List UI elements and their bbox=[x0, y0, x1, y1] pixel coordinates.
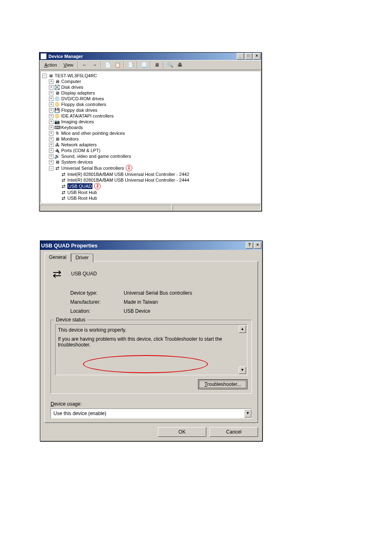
chevron-down-icon[interactable]: ▼ bbox=[244, 409, 251, 418]
show-hidden-icon[interactable]: 📋 bbox=[113, 60, 122, 69]
expand-icon[interactable]: + bbox=[49, 114, 53, 118]
expand-icon[interactable]: + bbox=[49, 120, 53, 124]
tree-label: Imaging devices bbox=[61, 119, 94, 125]
tree-category[interactable]: +🖥System devices bbox=[42, 159, 259, 165]
up-tree-icon[interactable]: 📄 bbox=[103, 60, 112, 69]
tree-category[interactable]: +💿DVD/CD-ROM drives bbox=[42, 96, 259, 102]
cancel-button[interactable]: Cancel bbox=[210, 427, 258, 437]
expand-icon[interactable]: + bbox=[49, 143, 53, 147]
tree-category[interactable]: +🖱Mice and other pointing devices bbox=[42, 130, 259, 136]
device-tree[interactable]: − 🖥 TEST-WL3F5LQ4RC +🖥Computer+💽Disk dri… bbox=[40, 71, 261, 203]
tree-label: Mice and other pointing devices bbox=[61, 130, 125, 136]
usb-device-icon: ⇄ bbox=[60, 196, 66, 201]
tree-label: Disk drives bbox=[61, 84, 83, 90]
computer-icon: 🖥 bbox=[48, 73, 53, 78]
tree-item[interactable]: ⇄USB Root Hub bbox=[42, 189, 259, 195]
tree-item[interactable]: ⇄USB QUAD2 bbox=[42, 183, 259, 189]
expand-icon[interactable]: + bbox=[49, 79, 53, 84]
minimize-button[interactable]: _ bbox=[237, 53, 244, 60]
tree-category[interactable]: +📷Imaging devices bbox=[42, 119, 259, 125]
tree-item[interactable]: ⇄Intel(R) 82801BA/BAM USB Universal Host… bbox=[42, 171, 259, 177]
remove-icon[interactable]: 🖥 bbox=[152, 60, 161, 69]
device-name: USB QUAD bbox=[71, 271, 97, 277]
annotation-2: 2 bbox=[94, 183, 101, 189]
tree-label: Intel(R) 82801BA/BAM USB Universal Host … bbox=[67, 171, 189, 177]
menu-action[interactable]: Action bbox=[41, 62, 60, 68]
category-icon: 🖥 bbox=[54, 90, 60, 95]
close-button[interactable]: × bbox=[254, 242, 261, 249]
expand-icon[interactable]: + bbox=[49, 125, 53, 130]
properties-icon[interactable]: 📑 bbox=[126, 60, 135, 69]
menu-view[interactable]: View bbox=[60, 62, 77, 68]
troubleshooter-button[interactable]: Troubleshooter... bbox=[198, 379, 247, 389]
print-icon[interactable]: 🖶 bbox=[175, 60, 184, 69]
expand-icon[interactable]: + bbox=[49, 160, 53, 164]
category-icon: ⌨ bbox=[54, 125, 60, 130]
usb-quad-properties-window: USB QUAD Properties ? × General Driver ⇄… bbox=[40, 240, 263, 441]
expand-icon[interactable]: + bbox=[49, 131, 53, 136]
titlebar[interactable]: Device Manager _ □ × bbox=[39, 53, 261, 60]
tree-item[interactable]: ⇄Intel(R) 82801BA/BAM USB Universal Host… bbox=[42, 177, 259, 183]
collapse-icon[interactable]: − bbox=[49, 166, 53, 171]
tree-label: USB Root Hub bbox=[67, 195, 97, 201]
scroll-up-icon[interactable]: ▲ bbox=[239, 325, 246, 333]
device-type-label: Device type: bbox=[70, 290, 124, 296]
tab-driver[interactable]: Driver bbox=[71, 254, 93, 262]
back-icon[interactable]: ← bbox=[80, 60, 89, 69]
expand-icon[interactable]: + bbox=[49, 137, 53, 141]
tree-label: Ports (COM & LPT) bbox=[61, 148, 100, 153]
dialog-title: USB QUAD Properties bbox=[41, 242, 97, 249]
tree-category[interactable]: +🖥Monitors bbox=[42, 136, 259, 142]
device-usage-combo[interactable]: Use this device (enable) ▼ bbox=[51, 409, 252, 418]
forward-icon[interactable]: → bbox=[90, 60, 99, 69]
category-icon: 🖥 bbox=[54, 159, 60, 164]
expand-icon[interactable]: + bbox=[49, 91, 53, 95]
tab-general[interactable]: General bbox=[44, 253, 71, 261]
category-icon: 🔌 bbox=[54, 148, 60, 153]
tree-label: Universal Serial Bus controllers bbox=[61, 165, 124, 171]
expand-icon[interactable]: + bbox=[49, 102, 53, 107]
tree-category[interactable]: +💽Disk drives bbox=[42, 84, 259, 90]
tree-item[interactable]: ⇄USB Root Hub bbox=[42, 195, 259, 201]
window-title: Device Manager bbox=[48, 54, 83, 59]
tree-root[interactable]: − 🖥 TEST-WL3F5LQ4RC bbox=[42, 73, 259, 78]
device-manager-window: Device Manager _ □ × Action View ← → 📄 📋… bbox=[39, 52, 262, 211]
usb-device-icon: ⇄ bbox=[60, 184, 66, 189]
maximize-button[interactable]: □ bbox=[245, 53, 252, 60]
tree-category[interactable]: +🔊Sound, video and game controllers bbox=[42, 153, 259, 159]
tree-category[interactable]: +⌨Keyboards bbox=[42, 125, 259, 130]
ok-button[interactable]: OK bbox=[158, 427, 206, 437]
category-icon: 🖧 bbox=[54, 142, 60, 147]
category-icon: 📀 bbox=[54, 102, 60, 107]
tree-category[interactable]: +📀Floppy disk controllers bbox=[42, 102, 259, 107]
tree-category[interactable]: +💾Floppy disk drives bbox=[42, 107, 259, 113]
expand-icon[interactable]: + bbox=[49, 85, 53, 90]
tree-category[interactable]: +🖧Network adapters bbox=[42, 142, 259, 148]
tree-category[interactable]: +🔌Ports (COM & LPT) bbox=[42, 148, 259, 153]
device-usage-label: Device usage: bbox=[51, 401, 252, 407]
tree-label: USB Root Hub bbox=[67, 189, 97, 195]
scroll-down-icon[interactable]: ▼ bbox=[239, 367, 246, 374]
collapse-icon[interactable]: − bbox=[42, 74, 47, 78]
manufacturer-label: Manufacturer: bbox=[70, 299, 124, 305]
menubar: Action View ← → 📄 📋 📑 📃 🖥 🔍 🖶 bbox=[39, 60, 261, 70]
tree-category[interactable]: +🖥Display adapters bbox=[42, 90, 259, 96]
tree-label: Keyboards bbox=[61, 125, 83, 130]
scan-hardware-icon[interactable]: 🔍 bbox=[166, 60, 175, 69]
tree-label: Floppy disk drives bbox=[61, 107, 97, 113]
titlebar[interactable]: USB QUAD Properties ? × bbox=[40, 241, 262, 250]
tree-category[interactable]: +🖥Computer bbox=[42, 78, 259, 84]
category-icon: 💽 bbox=[54, 85, 60, 90]
expand-icon[interactable]: + bbox=[49, 148, 53, 153]
close-button[interactable]: × bbox=[253, 53, 261, 60]
expand-icon[interactable]: + bbox=[49, 154, 53, 159]
expand-icon[interactable]: + bbox=[49, 97, 53, 101]
category-icon: 🔊 bbox=[54, 154, 60, 159]
help-button[interactable]: ? bbox=[246, 242, 253, 249]
tree-category-usb[interactable]: − ⇄ Universal Serial Bus controllers 1 bbox=[42, 165, 259, 171]
tree-root-label: TEST-WL3F5LQ4RC bbox=[55, 73, 97, 78]
statusbar bbox=[39, 204, 261, 211]
expand-icon[interactable]: + bbox=[49, 108, 53, 113]
refresh-icon[interactable]: 📃 bbox=[139, 60, 148, 69]
tree-category[interactable]: +📀IDE ATA/ATAPI controllers bbox=[42, 113, 259, 119]
